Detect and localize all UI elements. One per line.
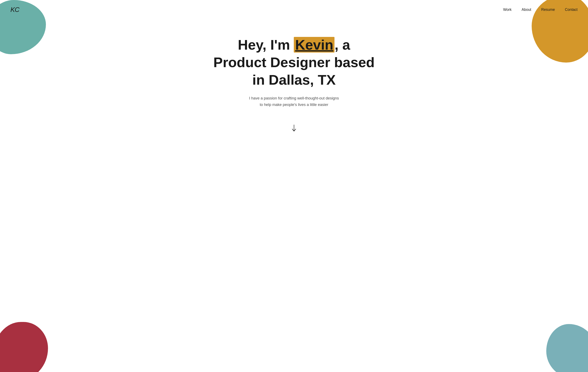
nav-link-about[interactable]: About	[522, 8, 531, 12]
hero-subtitle-line2: to help make people's lives a little eas…	[260, 102, 328, 107]
hero-title: Hey, I'm Kevin, a Product Designer based…	[210, 36, 378, 89]
nav-link-work[interactable]: Work	[503, 8, 512, 12]
hero-prefix: Hey, I'm	[238, 37, 294, 52]
nav-item-resume: Resume	[541, 8, 555, 12]
arrow-down-icon	[291, 125, 297, 132]
hero-subtitle-line1: I have a passion for crafting well-thoug…	[249, 96, 339, 100]
scroll-down-arrow[interactable]	[291, 125, 297, 132]
hero-name: Kevin	[294, 37, 335, 52]
nav-link-contact[interactable]: Contact	[565, 8, 578, 12]
navigation: KC Work About Resume Contact	[0, 0, 588, 19]
hero-section: Hey, I'm Kevin, a Product Designer based…	[0, 19, 588, 141]
nav-item-work: Work	[503, 8, 512, 12]
hero-subtitle: I have a passion for crafting well-thoug…	[249, 95, 339, 108]
decorative-blob-teal-bottom	[546, 324, 588, 372]
nav-link-resume[interactable]: Resume	[541, 8, 555, 12]
decorative-blob-red-bottom	[0, 322, 48, 372]
logo[interactable]: KC	[10, 6, 19, 14]
nav-item-contact: Contact	[565, 8, 578, 12]
nav-links: Work About Resume Contact	[503, 8, 578, 12]
nav-item-about: About	[522, 8, 531, 12]
